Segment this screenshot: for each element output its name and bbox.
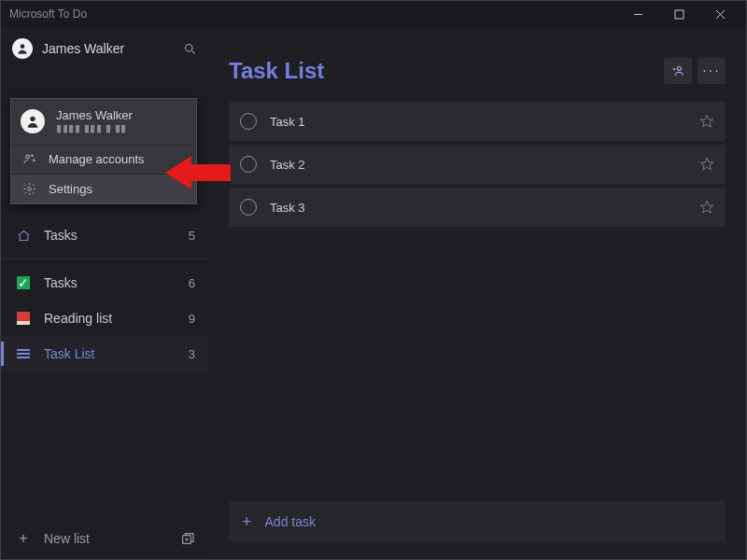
svg-marker-16: [700, 115, 712, 127]
sidebar-tasks-builtin[interactable]: Tasks 5: [1, 217, 208, 253]
sidebar-label: Tasks: [44, 275, 78, 290]
svg-point-5: [186, 44, 193, 51]
minimize-button[interactable]: [617, 2, 658, 26]
avatar: [12, 38, 33, 59]
task-title: Task 2: [270, 158, 305, 172]
star-icon[interactable]: [699, 200, 714, 215]
main-panel: Task List ··· Task 1: [208, 27, 746, 559]
sidebar-list-tasklist[interactable]: Task List 3: [1, 336, 208, 371]
callout-arrow: [165, 153, 231, 192]
settings-label: Settings: [49, 182, 92, 196]
app-title: Microsoft To Do: [7, 7, 617, 21]
home-icon: [14, 229, 33, 243]
plus-icon: +: [242, 512, 252, 532]
sidebar-list: Tasks 5 ✓ Tasks 6 Reading list 9 Task Li…: [1, 217, 208, 371]
close-button[interactable]: [699, 2, 740, 26]
share-button[interactable]: [664, 58, 692, 84]
svg-line-6: [191, 50, 194, 53]
person-switch-icon: [21, 152, 37, 166]
svg-point-13: [677, 66, 681, 70]
account-option[interactable]: James Walker ▮▮▮▮ ▮▮▮ ▮ ▮▮: [11, 99, 196, 144]
list-title[interactable]: Task List: [229, 58, 324, 84]
count-badge: 3: [189, 347, 195, 361]
account-name: James Walker: [56, 108, 133, 122]
task-list: Task 1 Task 2 Task 3: [229, 102, 726, 227]
main-header: Task List ···: [229, 40, 726, 102]
manage-accounts-label: Manage accounts: [49, 152, 145, 166]
svg-marker-19: [165, 156, 231, 189]
sidebar: James Walker James Walker ▮▮▮▮ ▮▮▮ ▮ ▮▮: [1, 27, 208, 559]
star-icon[interactable]: [699, 157, 714, 172]
count-badge: 5: [189, 229, 195, 243]
task-row[interactable]: Task 2: [229, 145, 726, 184]
new-group-icon[interactable]: [180, 531, 195, 546]
account-email-obscured: ▮▮▮▮ ▮▮▮ ▮ ▮▮: [56, 122, 133, 134]
count-badge: 6: [189, 276, 195, 290]
star-icon[interactable]: [699, 114, 714, 129]
sidebar-list-reading[interactable]: Reading list 9: [1, 301, 208, 336]
svg-rect-1: [675, 10, 684, 19]
task-row[interactable]: Task 1: [229, 102, 726, 141]
task-title: Task 3: [270, 201, 305, 215]
gear-icon: [21, 182, 37, 196]
sidebar-label: Tasks: [44, 228, 78, 243]
list-icon: [14, 349, 33, 358]
count-badge: 9: [189, 312, 195, 326]
add-task-label: Add task: [265, 514, 316, 529]
window: Microsoft To Do James Walker: [0, 0, 747, 560]
svg-point-4: [21, 44, 25, 49]
plus-icon: +: [14, 530, 33, 547]
maximize-button[interactable]: [658, 2, 699, 26]
sidebar-label: Reading list: [44, 311, 112, 326]
titlebar: Microsoft To Do: [1, 1, 746, 27]
svg-marker-17: [700, 158, 712, 170]
book-icon: [14, 312, 33, 325]
checkbox-icon: ✓: [14, 276, 33, 289]
svg-point-8: [25, 155, 29, 159]
search-icon[interactable]: [183, 42, 197, 56]
sidebar-label: Task List: [44, 346, 94, 361]
new-list-label: New list: [44, 531, 90, 546]
user-name: James Walker: [42, 41, 124, 56]
svg-marker-18: [700, 201, 712, 213]
complete-toggle[interactable]: [240, 199, 257, 216]
separator: [1, 259, 208, 259]
more-button[interactable]: ···: [698, 58, 726, 84]
new-list-button[interactable]: + New list: [1, 518, 208, 559]
task-row[interactable]: Task 3: [229, 188, 726, 227]
add-task-input[interactable]: + Add task: [229, 501, 726, 542]
svg-point-9: [27, 188, 31, 191]
avatar: [21, 109, 45, 133]
body: James Walker James Walker ▮▮▮▮ ▮▮▮ ▮ ▮▮: [1, 27, 746, 559]
sidebar-list-tasks[interactable]: ✓ Tasks 6: [1, 265, 208, 301]
user-row[interactable]: James Walker: [1, 27, 208, 70]
task-title: Task 1: [270, 115, 305, 129]
complete-toggle[interactable]: [240, 113, 257, 130]
svg-point-7: [30, 117, 35, 121]
complete-toggle[interactable]: [240, 156, 257, 173]
